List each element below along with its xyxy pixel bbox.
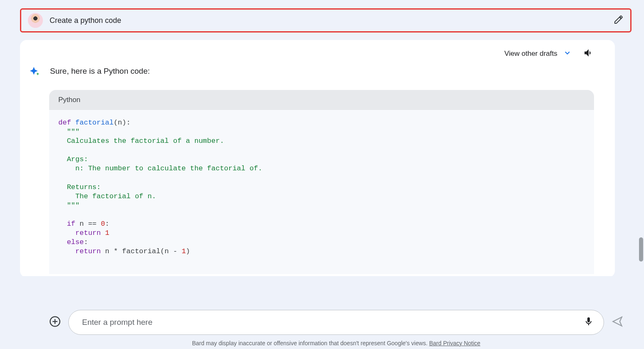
view-drafts-button[interactable]: View other drafts	[504, 49, 572, 59]
response-header: View other drafts	[28, 47, 594, 60]
user-prompt-text: Create a python code	[50, 16, 614, 25]
scrollbar[interactable]	[639, 237, 643, 262]
chevron-down-icon	[563, 49, 572, 59]
user-message: Create a python code	[20, 8, 632, 32]
bard-logo-icon	[29, 66, 42, 81]
prompt-box[interactable]	[68, 310, 604, 335]
svg-point-3	[621, 317, 622, 318]
speaker-icon[interactable]	[583, 47, 594, 60]
footer: Bard may display inaccurate or offensive…	[0, 302, 644, 349]
response-intro: Sure, here is a Python code:	[50, 66, 150, 76]
code-block: Python def factorial(n): """ Calculates …	[49, 90, 594, 274]
code-body: def factorial(n): """ Calculates the fac…	[49, 110, 594, 274]
send-icon[interactable]	[612, 316, 623, 329]
add-icon[interactable]	[49, 316, 61, 329]
disclaimer-text: Bard may display inaccurate or offensive…	[192, 340, 429, 347]
privacy-link[interactable]: Bard Privacy Notice	[429, 340, 480, 347]
disclaimer: Bard may display inaccurate or offensive…	[49, 340, 623, 347]
input-row	[49, 310, 623, 335]
response-card: View other drafts Sure, here is a Python…	[20, 40, 615, 276]
drafts-label: View other drafts	[504, 50, 557, 58]
response-intro-row: Sure, here is a Python code:	[28, 66, 594, 81]
code-language-label: Python	[49, 90, 594, 110]
microphone-icon[interactable]	[584, 317, 594, 328]
user-avatar	[28, 13, 43, 28]
conversation-area: Create a python code View other drafts S…	[0, 0, 644, 276]
edit-icon[interactable]	[614, 15, 624, 26]
prompt-input[interactable]	[82, 318, 584, 327]
